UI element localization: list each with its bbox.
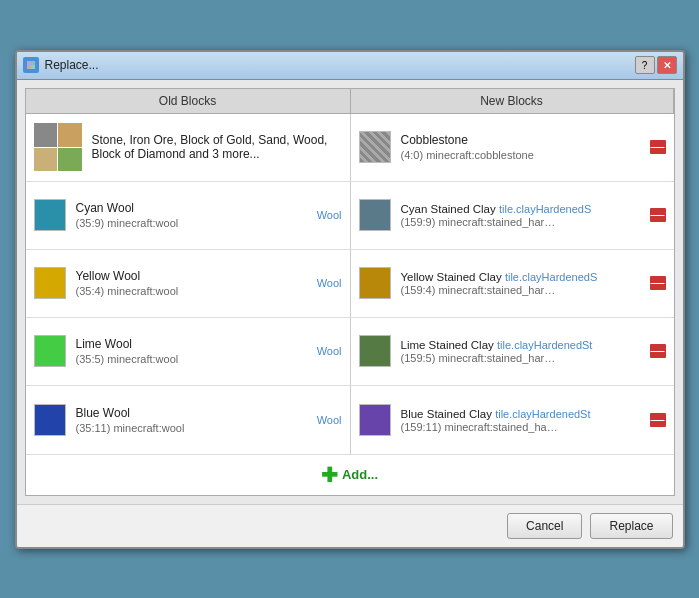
window-title: Replace... <box>45 58 635 72</box>
remove-btn-cyan[interactable]: — <box>650 208 666 222</box>
blue-wool-info: Blue Wool (35:11) minecraft:wool <box>76 406 313 434</box>
yellow-wool-name: Yellow Wool <box>76 269 141 283</box>
svg-rect-4 <box>31 65 35 69</box>
multi-block-name: Stone, Iron Ore, Block of Gold, Sand, Wo… <box>92 133 328 161</box>
blue-wool-name: Blue Wool <box>76 406 130 420</box>
table-row: Blue Wool (35:11) minecraft:wool Wool Bl… <box>26 386 674 454</box>
table-header: Old Blocks New Blocks <box>26 89 674 114</box>
lime-wool-name: Lime Wool <box>76 337 132 351</box>
remove-btn-blue[interactable]: — <box>650 413 666 427</box>
dialog-footer: Cancel Replace <box>17 504 683 547</box>
blue-clay-icon <box>359 404 391 436</box>
lime-clay-id: (159:5) minecraft:stained_hardened_c <box>401 352 561 364</box>
table-row: Cyan Wool (35:9) minecraft:wool Wool Cya… <box>26 182 674 250</box>
yellow-wool-tag: Wool <box>317 277 342 289</box>
yellow-clay-icon <box>359 267 391 299</box>
lime-wool-info: Lime Wool (35:5) minecraft:wool <box>76 337 313 365</box>
new-cell-blue-clay: Blue Stained Clay tile.clayHardenedSt (1… <box>351 386 674 454</box>
cyan-wool-icon <box>34 199 66 231</box>
col-old-header: Old Blocks <box>26 89 351 113</box>
cyan-clay-info: Cyan Stained Clay tile.clayHardenedS (15… <box>401 202 644 228</box>
remove-btn-cobblestone[interactable]: — <box>650 140 666 154</box>
lime-wool-icon <box>34 335 66 367</box>
cancel-button[interactable]: Cancel <box>507 513 582 539</box>
blue-wool-id: (35:11) minecraft:wool <box>76 422 313 434</box>
yellow-wool-icon <box>34 267 66 299</box>
old-cell-multi: Stone, Iron Ore, Block of Gold, Sand, Wo… <box>26 114 351 181</box>
new-cell-cyan-clay: Cyan Stained Clay tile.clayHardenedS (15… <box>351 182 674 249</box>
lime-wool-tag: Wool <box>317 345 342 357</box>
yellow-clay-id: (159:4) minecraft:stained_hardened_c <box>401 284 561 296</box>
dialog-content: Old Blocks New Blocks Stone <box>17 80 683 504</box>
add-plus-icon: ✚ <box>321 465 338 485</box>
add-row: ✚ Add... <box>26 454 674 495</box>
replace-dialog: Replace... ? ✕ Old Blocks New Blocks <box>15 50 685 549</box>
svg-rect-2 <box>31 61 35 65</box>
window-icon <box>23 57 39 73</box>
cobblestone-icon <box>359 131 391 163</box>
yellow-clay-name: Yellow Stained Clay tile.clayHardenedS <box>401 271 598 283</box>
blue-clay-id: (159:11) minecraft:stained_hardened_ <box>401 421 561 433</box>
replace-button[interactable]: Replace <box>590 513 672 539</box>
lime-clay-icon <box>359 335 391 367</box>
new-cell-cobblestone: Cobblestone (4:0) minecraft:cobblestone … <box>351 114 674 181</box>
blue-wool-icon <box>34 404 66 436</box>
cyan-wool-info: Cyan Wool (35:9) minecraft:wool <box>76 201 313 229</box>
old-cell-cyan: Cyan Wool (35:9) minecraft:wool Wool <box>26 182 351 249</box>
cyan-wool-name: Cyan Wool <box>76 201 134 215</box>
blue-clay-name: Blue Stained Clay tile.clayHardenedSt <box>401 408 591 420</box>
multi-block-info: Stone, Iron Ore, Block of Gold, Sand, Wo… <box>92 133 342 161</box>
title-bar-buttons: ? ✕ <box>635 56 677 74</box>
old-cell-lime: Lime Wool (35:5) minecraft:wool Wool <box>26 318 351 385</box>
help-button[interactable]: ? <box>635 56 655 74</box>
blue-wool-tag: Wool <box>317 414 342 426</box>
cyan-clay-icon <box>359 199 391 231</box>
yellow-wool-info: Yellow Wool (35:4) minecraft:wool <box>76 269 313 297</box>
title-bar: Replace... ? ✕ <box>17 52 683 80</box>
cobblestone-id: (4:0) minecraft:cobblestone <box>401 149 644 161</box>
blocks-table: Old Blocks New Blocks Stone <box>25 88 675 496</box>
lime-wool-id: (35:5) minecraft:wool <box>76 353 313 365</box>
table-row: Yellow Wool (35:4) minecraft:wool Wool Y… <box>26 250 674 318</box>
add-button-label: Add... <box>342 467 378 482</box>
cyan-clay-name: Cyan Stained Clay tile.clayHardenedS <box>401 203 592 215</box>
yellow-clay-info: Yellow Stained Clay tile.clayHardenedS (… <box>401 270 644 296</box>
cyan-wool-id: (35:9) minecraft:wool <box>76 217 313 229</box>
table-row: Lime Wool (35:5) minecraft:wool Wool Lim… <box>26 318 674 386</box>
cyan-clay-id: (159:9) minecraft:stained_hardened_c <box>401 216 561 228</box>
close-button[interactable]: ✕ <box>657 56 677 74</box>
multi-block-icon <box>34 123 82 171</box>
cobblestone-info: Cobblestone (4:0) minecraft:cobblestone <box>401 133 644 161</box>
svg-rect-3 <box>27 65 31 69</box>
svg-rect-1 <box>27 61 31 65</box>
new-cell-lime-clay: Lime Stained Clay tile.clayHardenedSt (1… <box>351 318 674 385</box>
blue-clay-info: Blue Stained Clay tile.clayHardenedSt (1… <box>401 407 644 433</box>
col-new-header: New Blocks <box>351 89 674 113</box>
table-row: Stone, Iron Ore, Block of Gold, Sand, Wo… <box>26 114 674 182</box>
lime-clay-info: Lime Stained Clay tile.clayHardenedSt (1… <box>401 338 644 364</box>
remove-btn-lime[interactable]: — <box>650 344 666 358</box>
cobblestone-name: Cobblestone <box>401 133 468 147</box>
old-cell-yellow: Yellow Wool (35:4) minecraft:wool Wool <box>26 250 351 317</box>
new-cell-yellow-clay: Yellow Stained Clay tile.clayHardenedS (… <box>351 250 674 317</box>
remove-btn-yellow[interactable]: — <box>650 276 666 290</box>
add-button[interactable]: ✚ Add... <box>321 465 378 485</box>
yellow-wool-id: (35:4) minecraft:wool <box>76 285 313 297</box>
table-body[interactable]: Stone, Iron Ore, Block of Gold, Sand, Wo… <box>26 114 674 454</box>
cyan-wool-tag: Wool <box>317 209 342 221</box>
old-cell-blue: Blue Wool (35:11) minecraft:wool Wool <box>26 386 351 454</box>
lime-clay-name: Lime Stained Clay tile.clayHardenedSt <box>401 339 593 351</box>
